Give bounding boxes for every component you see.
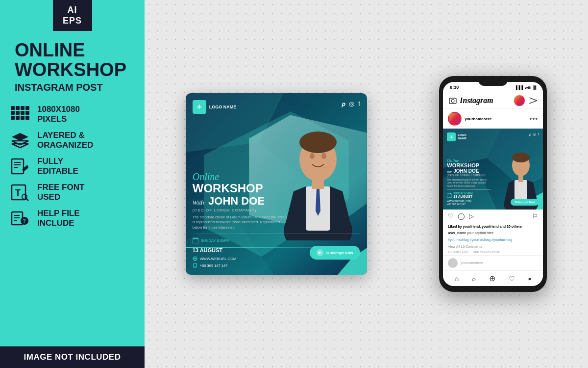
features-list: 1080x1080PIXELS LAYERED &ORAGANIZED <box>0 96 145 346</box>
svg-rect-7 <box>25 111 29 115</box>
phone-avatar <box>514 95 525 106</box>
caption-text: your caption here <box>467 231 493 235</box>
phone-nav-bar: ⌂ ⌕ ⊕ ♡ ● <box>443 270 543 286</box>
feature-help: ? HELP FILEINCLUDE <box>10 209 135 228</box>
resolution-text: 1080x1080PIXELS <box>37 105 80 124</box>
svg-point-52 <box>195 266 196 267</box>
card-logo-text: LOGO NAME <box>209 105 237 110</box>
layers-icon <box>10 131 30 150</box>
card-social-icons: 𝙥 ◎ f <box>342 100 360 108</box>
card-phone: +00 369 147 147 <box>200 263 228 268</box>
mini-ceo: (CEO OF LOREM COMPANY) <box>447 174 491 177</box>
mini-subscribe-button[interactable]: Subscript Now <box>511 199 539 206</box>
mini-calendar-icon <box>447 193 452 198</box>
svg-point-24 <box>22 194 27 199</box>
camera-icon <box>449 97 457 105</box>
pinterest-icon: 𝙥 <box>342 100 345 108</box>
card-date-row: SUNDAY 8:30PM <box>193 237 237 243</box>
see-translation[interactable]: SEE TRANSLATION <box>473 251 500 254</box>
svg-point-54 <box>451 100 454 103</box>
svg-rect-10 <box>21 116 24 120</box>
battery-icon: ▓ <box>533 85 536 90</box>
bookmark-icon[interactable]: ⚐ <box>532 212 538 220</box>
facebook-icon: f <box>358 100 360 108</box>
caption-username: user_name <box>448 231 466 235</box>
time-ago: 2 HOURS AGO <box>448 251 468 254</box>
nav-profile-icon[interactable]: ● <box>528 275 532 282</box>
mini-facebook-icon: f <box>538 132 539 136</box>
svg-rect-1 <box>16 106 20 110</box>
mini-online-text: Online <box>447 158 491 163</box>
mini-social-icons: 𝙥 ◎ f <box>529 132 539 136</box>
mini-subscribe-label: Subscript Now <box>514 201 535 204</box>
card-workshop-title: WORKSHOP <box>193 183 360 194</box>
card-online-text: Online <box>193 172 360 182</box>
svg-point-65 <box>512 153 530 162</box>
font-icon: T <box>10 183 30 202</box>
nav-add-icon[interactable]: ⊕ <box>489 274 495 283</box>
instagram-app-name: Instagram <box>460 96 493 105</box>
play-icon: ▶ <box>317 249 323 256</box>
nav-search-icon[interactable]: ⌕ <box>472 275 476 283</box>
comment-avatar <box>448 258 458 268</box>
profile-username: yournamehere <box>465 117 491 121</box>
card-bottom-info: SUNDAY 8:30PM 13 AUGUST WWW.WEBURL.COM +… <box>193 237 360 268</box>
subscribe-button[interactable]: ▶ Subscript Now <box>310 246 360 260</box>
card-website: WWW.WEBURL.COM <box>200 257 237 261</box>
badge-ai: AI <box>63 5 82 16</box>
event-day: SUNDAY 8:30PM <box>201 238 230 243</box>
post-time: 2 HOURS AGO SEE TRANSLATION <box>443 250 543 255</box>
nav-heart-icon[interactable]: ♡ <box>509 275 515 283</box>
send-icon <box>529 98 537 104</box>
action-icons-left: ♡ ◯ ▷ <box>448 212 474 220</box>
instagram-header: Instagram <box>443 93 543 109</box>
card-logo: + LOGO NAME <box>193 100 237 114</box>
card-event-info: SUNDAY 8:30PM 13 AUGUST WWW.WEBURL.COM +… <box>193 237 237 268</box>
svg-point-42 <box>321 153 326 159</box>
card-website-row: WWW.WEBURL.COM <box>193 256 237 261</box>
card-top-bar: + LOGO NAME 𝙥 ◎ f <box>186 93 367 114</box>
mini-logo-icon: + <box>447 132 456 141</box>
left-panel: AI EPS ONLINEWORKSHOP INSTAGRAM POST <box>0 0 145 368</box>
mini-speaker-name: JOHN DOE <box>453 168 479 174</box>
wifi-icon: wifi <box>525 85 531 90</box>
mini-instagram-icon: ◎ <box>533 132 536 136</box>
bottom-bar: IMAGE NOT INCLUDED <box>0 346 145 368</box>
svg-rect-15 <box>12 159 24 174</box>
mini-event-date: 13 AUGUST <box>453 195 472 198</box>
main-title-area: ONLINEWORKSHOP INSTAGRAM POST <box>0 31 145 96</box>
share-icon[interactable]: ▷ <box>469 212 474 220</box>
svg-text:T: T <box>15 188 21 198</box>
heart-icon[interactable]: ♡ <box>448 212 454 220</box>
event-date: 13 AUGUST <box>193 247 222 253</box>
grid-icon <box>10 105 30 124</box>
more-options-icon[interactable]: ••• <box>530 115 539 123</box>
badge-eps: EPS <box>63 16 82 26</box>
mini-desc: The standard chunk of Lorem Ipsum used s… <box>447 178 491 188</box>
comments-link[interactable]: View All 10 Comments <box>443 243 543 250</box>
svg-rect-0 <box>11 106 15 110</box>
svg-rect-3 <box>25 106 29 110</box>
instagram-post-card: + LOGO NAME 𝙥 ◎ f Online WORKSHOP With J… <box>186 93 367 275</box>
mini-logo-text: LOGONAME <box>458 133 466 140</box>
card-content: Online WORKSHOP With JOHN DOE (CEO OF LO… <box>186 167 367 275</box>
phone-time: 8:30 <box>450 85 459 90</box>
comment-placeholder[interactable]: yournamehere <box>461 261 538 264</box>
add-comment-row: yournamehere <box>443 255 543 270</box>
mini-divider <box>447 189 491 190</box>
phone-post-card: + LOGONAME 𝙥 ◎ f Online WORKSHOP With JO… <box>443 129 543 210</box>
svg-rect-53 <box>449 98 456 104</box>
mini-tel: +00 300 147 147 <box>447 203 491 206</box>
phone-mockup: 8:30 ▐▐▐ wifi ▓ Instagram <box>439 76 547 292</box>
instagram-icon: ◎ <box>349 100 354 108</box>
svg-rect-66 <box>447 194 452 198</box>
nav-home-icon[interactable]: ⌂ <box>455 275 459 283</box>
mini-pinterest-icon: 𝙥 <box>529 132 531 136</box>
editable-text: FULLYEDITABLE <box>37 157 78 176</box>
feature-font: T FREE FONTUSED <box>10 183 135 202</box>
card-speaker-title: (CEO OF LOREM COMPANY) <box>193 208 360 212</box>
svg-rect-11 <box>25 116 29 120</box>
feature-layers: LAYERED &ORAGANIZED <box>10 131 135 150</box>
comment-icon[interactable]: ◯ <box>458 212 465 220</box>
svg-text:?: ? <box>23 218 26 224</box>
